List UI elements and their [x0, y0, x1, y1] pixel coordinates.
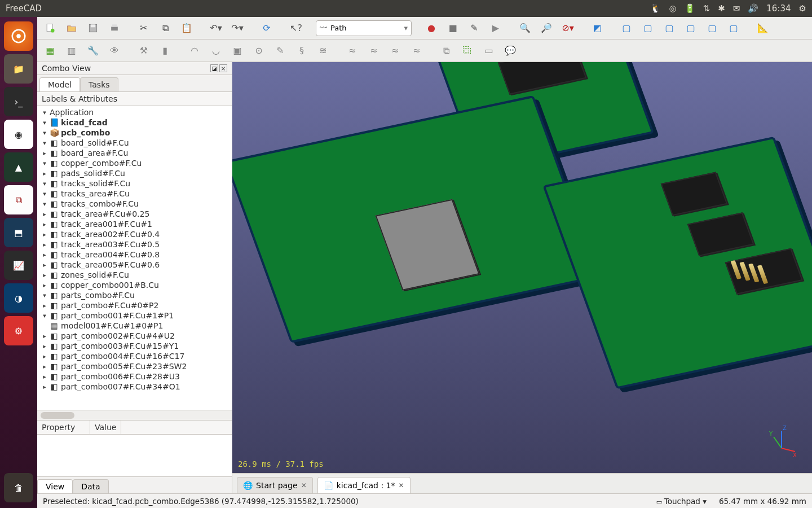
launcher-system-monitor-icon[interactable]: 📈 — [4, 251, 33, 280]
combo-close-button[interactable]: × — [219, 64, 227, 72]
draw-style-button[interactable]: ⊘▾ — [558, 19, 577, 38]
macro-run-button[interactable]: ▶ — [486, 19, 505, 38]
tab-data[interactable]: Data — [73, 479, 108, 493]
path-profile-button[interactable]: ◡ — [206, 41, 226, 60]
tree-item[interactable]: ▾◧tracks_area#F.Cu — [39, 189, 232, 199]
path-contour-button[interactable]: ◠ — [185, 41, 204, 60]
tree-item[interactable]: ▾◧parts_combo#F.Cu — [39, 290, 232, 300]
path-surface-button[interactable]: ≋ — [314, 41, 333, 60]
open-doc-button[interactable] — [62, 19, 81, 38]
path-job-button[interactable]: ▦ — [41, 41, 60, 60]
tab-model[interactable]: Model — [39, 77, 80, 91]
launcher-terminal-icon[interactable]: ›_ — [4, 87, 33, 116]
volume-icon[interactable]: 🔊 — [748, 3, 758, 14]
tree-item[interactable]: ▾📘kicad_fcad — [39, 117, 232, 128]
path-dressup1-button[interactable]: ≈ — [343, 41, 362, 60]
launcher-virtualbox-icon[interactable]: ◑ — [4, 283, 33, 313]
tree-item[interactable]: ▸◧copper_combo001#B.Cu — [39, 280, 232, 290]
close-tab-icon[interactable]: ✕ — [398, 481, 404, 489]
tree-item[interactable]: ▸◧track_area001#F.Cu#1 — [39, 219, 232, 229]
network-icon[interactable]: ⇅ — [703, 3, 710, 14]
path-simple-button[interactable]: ▭ — [479, 41, 498, 60]
tree-item[interactable]: ▾◧tracks_solid#F.Cu — [39, 178, 232, 189]
cut-button[interactable]: ✂ — [134, 19, 153, 38]
left-view-button[interactable]: ▢ — [724, 19, 743, 38]
new-doc-button[interactable] — [41, 19, 60, 38]
3d-canvas[interactable]: 26.9 ms / 37.1 fps X Y Z — [232, 62, 812, 473]
tree-item[interactable]: ▸◧track_area002#F.Cu#0.4 — [39, 229, 232, 239]
print-button[interactable] — [105, 19, 124, 38]
rear-view-button[interactable]: ▢ — [681, 19, 700, 38]
tree-item[interactable]: ▸◧track_area005#F.Cu#0.6 — [39, 260, 232, 270]
macro-edit-button[interactable]: ✎ — [465, 19, 484, 38]
tree-item[interactable]: ▸◧part_combo#F.Cu#0#P2 — [39, 300, 232, 310]
tree-item[interactable]: ▸◧pads_solid#F.Cu — [39, 168, 232, 178]
save-doc-button[interactable] — [83, 19, 103, 38]
tux-icon[interactable]: 🐧 — [650, 3, 661, 14]
tree-item[interactable]: ▦model001#F.Cu#1#0#P1 — [39, 321, 232, 331]
bluetooth-icon[interactable]: ✱ — [718, 3, 725, 14]
launcher-trash-icon[interactable]: 🗑 — [4, 473, 33, 502]
path-inspect-button[interactable]: 🔧 — [83, 41, 103, 60]
path-copy-button[interactable]: ⧉ — [436, 41, 456, 60]
redo-button[interactable]: ↷▾ — [228, 19, 247, 38]
path-helix-button[interactable]: § — [292, 41, 311, 60]
launcher-libreoffice-icon[interactable]: ⧉ — [4, 185, 33, 214]
launcher-files-icon[interactable]: 📁 — [4, 54, 33, 84]
launcher-android-studio-icon[interactable]: ▲ — [4, 152, 33, 182]
top-view-button[interactable]: ▢ — [638, 19, 657, 38]
tree-item[interactable]: ▸◧track_area004#F.Cu#0.8 — [39, 249, 232, 260]
front-view-button[interactable]: ▢ — [617, 19, 636, 38]
bottom-view-button[interactable]: ▢ — [703, 19, 722, 38]
tree-item[interactable]: ▾◧copper_combo#F.Cu — [39, 158, 232, 168]
nav-style-button[interactable]: ▭ Touchpad ▾ — [656, 497, 707, 506]
path-post-button[interactable]: ▥ — [62, 41, 81, 60]
tab-view[interactable]: View — [37, 479, 73, 493]
tree-item[interactable]: ▸◧board_area#F.Cu — [39, 148, 232, 158]
value-col-header[interactable]: Value — [90, 421, 121, 434]
doc-tab-start-page[interactable]: 🌐 Start page ✕ — [237, 477, 313, 493]
tree-item[interactable]: ▸◧part_combo005#F.Cu#23#SW2 — [39, 361, 232, 371]
tree-item[interactable]: ▾◧board_solid#F.Cu — [39, 138, 232, 148]
right-view-button[interactable]: ▢ — [660, 19, 679, 38]
tree-item[interactable]: ▸◧track_area#F.Cu#0.25 — [39, 209, 232, 219]
path-pocket-button[interactable]: ▣ — [228, 41, 247, 60]
copy-button[interactable]: ⧉ — [156, 19, 175, 38]
path-toolbit-button[interactable]: ▮ — [156, 41, 175, 60]
macro-stop-button[interactable]: ■ — [443, 19, 462, 38]
whats-this-button[interactable]: ↖? — [286, 19, 306, 38]
fit-all-button[interactable]: 🔍 — [515, 19, 535, 38]
path-tool-button[interactable]: ⚒ — [134, 41, 153, 60]
path-comment-button[interactable]: 💬 — [501, 41, 520, 60]
tree-item[interactable]: ▸◧part_combo007#F.Cu#34#O1 — [39, 382, 232, 392]
path-dressup4-button[interactable]: ≈ — [407, 41, 426, 60]
property-col-header[interactable]: Property — [37, 421, 90, 434]
tree-item[interactable]: ▾◧part_combo001#F.Cu#1#P1 — [39, 310, 232, 321]
launcher-dash-icon[interactable] — [4, 21, 33, 51]
path-dressup2-button[interactable]: ≈ — [364, 41, 383, 60]
path-dressup3-button[interactable]: ≈ — [386, 41, 405, 60]
tree-item[interactable]: ▸◧part_combo006#F.Cu#28#U3 — [39, 371, 232, 382]
tree-item[interactable]: ▸◧zones_solid#F.Cu — [39, 270, 232, 280]
iso-view-button[interactable]: ◩ — [588, 19, 607, 38]
tree-item[interactable]: ▸◧track_area003#F.Cu#0.5 — [39, 239, 232, 249]
path-array-button[interactable]: ⿻ — [458, 41, 477, 60]
path-drilling-button[interactable]: ⊙ — [249, 41, 268, 60]
tree-item[interactable]: ▾📦pcb_combo — [39, 128, 232, 138]
fit-selection-button[interactable]: 🔎 — [537, 19, 556, 38]
clock[interactable]: 16:34 — [766, 3, 791, 14]
combo-float-button[interactable]: ◪ — [210, 64, 218, 72]
tree-scroll[interactable]: ▾ Application ▾📘kicad_fcad▾📦pcb_combo▾◧b… — [37, 106, 232, 410]
undo-button[interactable]: ↶▾ — [206, 19, 226, 38]
tree-item[interactable]: ▾◧tracks_combo#F.Cu — [39, 199, 232, 209]
launcher-app-icon[interactable]: ⬒ — [4, 218, 33, 247]
chrome-indicator-icon[interactable]: ◎ — [669, 3, 676, 14]
tree-item[interactable]: ▸◧part_combo004#F.Cu#16#C17 — [39, 351, 232, 361]
launcher-chrome-icon[interactable]: ◉ — [4, 120, 33, 149]
measure-button[interactable]: 📐 — [753, 19, 773, 38]
workbench-select[interactable]: 〰 Path — [316, 20, 412, 36]
refresh-button[interactable]: ⟳ — [257, 19, 276, 38]
macro-record-button[interactable]: ● — [422, 19, 441, 38]
tab-tasks[interactable]: Tasks — [80, 77, 118, 91]
path-simulate-button[interactable]: 👁 — [105, 41, 124, 60]
